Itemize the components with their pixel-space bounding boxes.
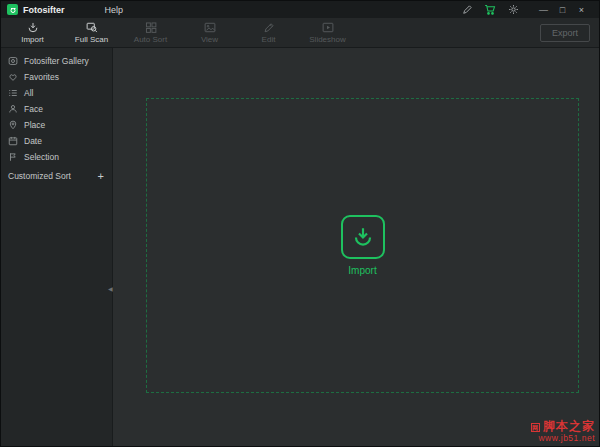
toolbar-auto-sort-button[interactable]: Auto Sort	[121, 19, 180, 47]
gear-icon[interactable]	[507, 4, 519, 16]
sidebar-item-label: Face	[24, 104, 43, 114]
export-button[interactable]: Export	[540, 24, 590, 42]
sidebar-item-label: All	[24, 88, 33, 98]
sidebar-item-face[interactable]: Face	[1, 101, 112, 117]
sidebar-item-label: Fotosifter Gallery	[24, 56, 89, 66]
minimize-button[interactable]: —	[534, 1, 553, 18]
menu-help[interactable]: Help	[101, 5, 128, 15]
import-dropzone-label: Import	[348, 265, 376, 276]
gallery-icon	[8, 56, 18, 66]
toolbar-slideshow-button[interactable]: Slideshow	[298, 19, 357, 47]
toolbar: Import Full Scan Auto Sort	[1, 18, 599, 48]
toolbar-import-button[interactable]: Import	[3, 19, 62, 47]
toolbar-full-scan-button[interactable]: Full Scan	[62, 19, 121, 47]
toolbar-view-label: View	[201, 35, 218, 44]
edit-icon	[262, 21, 276, 34]
window-controls: — □ ×	[534, 1, 591, 18]
import-icon	[26, 21, 40, 34]
full-scan-icon	[85, 21, 99, 34]
titlebar: Fotosifter Help	[1, 1, 599, 18]
sidebar-item-label: Selection	[24, 152, 59, 162]
sidebar-item-gallery[interactable]: Fotosifter Gallery	[1, 53, 112, 69]
auto-sort-icon	[144, 21, 158, 34]
map-pin-icon	[8, 120, 18, 130]
app-logo-icon	[7, 4, 18, 15]
calendar-icon	[8, 136, 18, 146]
heart-icon	[8, 72, 18, 82]
toolbar-edit-button[interactable]: Edit	[239, 19, 298, 47]
watermark-url: www.jb51.net	[531, 434, 595, 444]
import-icon-large	[341, 215, 385, 259]
toolbar-full-scan-label: Full Scan	[75, 35, 108, 44]
sidebar-item-place[interactable]: Place	[1, 117, 112, 133]
flag-icon	[8, 152, 18, 162]
toolbar-auto-sort-label: Auto Sort	[134, 35, 167, 44]
toolbar-slideshow-label: Slideshow	[309, 35, 345, 44]
sidebar-item-all[interactable]: All	[1, 85, 112, 101]
toolbar-edit-label: Edit	[262, 35, 276, 44]
cart-icon[interactable]	[484, 4, 496, 16]
sidebar-customized-sort: Customized Sort +	[1, 167, 112, 185]
sidebar-item-date[interactable]: Date	[1, 133, 112, 149]
close-button[interactable]: ×	[572, 1, 591, 18]
customized-sort-label: Customized Sort	[8, 171, 71, 181]
watermark-icon: 网	[531, 423, 540, 432]
watermark: 网 脚本之家 www.jb51.net	[531, 420, 595, 444]
sidebar-item-label: Place	[24, 120, 45, 130]
sidebar-item-selection[interactable]: Selection	[1, 149, 112, 165]
main-area: Import 网 脚本之家 www.jb51.net	[113, 48, 599, 446]
add-sort-button[interactable]: +	[98, 171, 104, 182]
app-window: Fotosifter Help	[0, 0, 600, 447]
face-icon	[8, 104, 18, 114]
view-icon	[203, 21, 217, 34]
sidebar-item-label: Date	[24, 136, 42, 146]
toolbar-view-button[interactable]: View	[180, 19, 239, 47]
import-action[interactable]: Import	[341, 215, 385, 276]
maximize-button[interactable]: □	[553, 1, 572, 18]
import-dropzone[interactable]: Import	[146, 98, 579, 393]
pen-icon[interactable]	[461, 4, 473, 16]
sidebar-item-label: Favorites	[24, 72, 59, 82]
sidebar-item-favorites[interactable]: Favorites	[1, 69, 112, 85]
titlebar-right: — □ ×	[461, 1, 599, 18]
toolbar-import-label: Import	[21, 35, 44, 44]
sidebar-collapse-handle[interactable]: ◀	[108, 285, 113, 292]
list-icon	[8, 88, 18, 98]
watermark-site-name: 网 脚本之家	[531, 420, 595, 434]
body: Fotosifter Gallery Favorites	[1, 48, 599, 446]
sidebar: Fotosifter Gallery Favorites	[1, 48, 113, 446]
slideshow-icon	[321, 21, 335, 34]
app-title: Fotosifter	[23, 5, 65, 15]
